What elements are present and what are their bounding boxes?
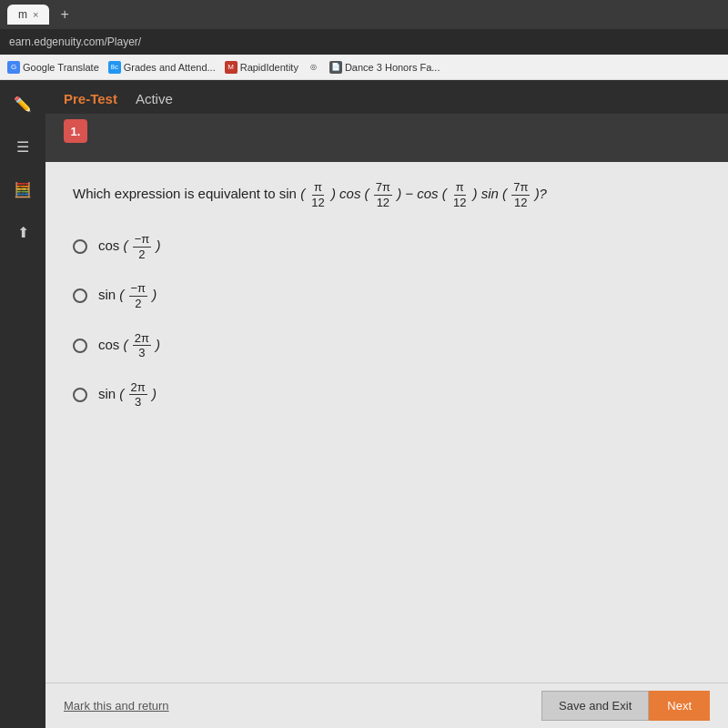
math-sin-frac1: (: [300, 186, 305, 201]
url-text: earn.edgenuity.com/Player/: [9, 35, 141, 48]
radio-c[interactable]: [73, 339, 87, 353]
option-d-text: sin ( 2π 3 ): [98, 380, 157, 410]
fraction-pi-12: π 12: [309, 180, 326, 209]
active-label: Active: [136, 91, 173, 106]
content-area: ✏️ ☰ 🧮 ⬆ Pre-Test Active 1. Which expres…: [0, 80, 728, 728]
bookmark-rapididentity[interactable]: M RapidIdentity: [225, 61, 298, 74]
math-sin2: ) sin (: [473, 186, 508, 201]
fraction-2pi-3-c: 2π 3: [133, 331, 151, 360]
answer-option-a[interactable]: cos ( −π 2 ): [73, 232, 701, 261]
bookmark-dance[interactable]: 📄 Dance 3 Honors Fa...: [329, 61, 440, 74]
mark-return-link[interactable]: Mark this and return: [64, 699, 169, 713]
grades-icon: 8c: [108, 61, 121, 74]
radio-d[interactable]: [73, 388, 87, 402]
bookmark-circle[interactable]: ◎: [308, 61, 320, 74]
sidebar-arrow-icon[interactable]: ⬆: [8, 217, 37, 247]
page-footer: Mark this and return Save and Exit Next: [46, 682, 728, 728]
tab-label: m: [18, 8, 27, 21]
fraction-neg-pi-2-a: −π 2: [133, 232, 152, 261]
active-tab[interactable]: m ×: [7, 5, 49, 25]
math-close1: ) cos (: [331, 186, 369, 201]
dance-icon: 📄: [329, 61, 342, 74]
content-wrapper: Which expression is equivalent to sin ( …: [46, 162, 728, 728]
footer-buttons: Save and Exit Next: [541, 691, 710, 721]
bookmark-grades[interactable]: 8c Grades and Attend...: [108, 61, 216, 74]
bookmarks-bar: G Google Translate 8c Grades and Attend.…: [0, 55, 728, 80]
answer-option-c[interactable]: cos ( 2π 3 ): [73, 331, 701, 360]
address-bar[interactable]: earn.edgenuity.com/Player/: [0, 29, 728, 55]
option-a-text: cos ( −π 2 ): [98, 232, 160, 261]
radio-b[interactable]: [73, 288, 87, 303]
answer-option-d[interactable]: sin ( 2π 3 ): [73, 380, 701, 410]
google-translate-icon: G: [7, 61, 20, 74]
fraction-neg-pi-2-b: −π 2: [129, 281, 148, 310]
fraction-2pi-3-d: 2π 3: [129, 380, 147, 410]
sidebar-pencil-icon[interactable]: ✏️: [8, 89, 37, 118]
next-button[interactable]: Next: [649, 691, 710, 721]
new-tab-button[interactable]: +: [55, 6, 74, 23]
browser-tab-bar: m × +: [0, 0, 728, 29]
main-page: Pre-Test Active 1. Which expression is e…: [46, 80, 728, 728]
math-close3: )?: [535, 186, 547, 201]
tab-close-button[interactable]: ×: [33, 9, 38, 20]
pre-test-label: Pre-Test: [64, 91, 117, 106]
circle-icon: ◎: [308, 61, 320, 74]
option-b-text: sin ( −π 2 ): [98, 281, 157, 310]
bookmark-google-translate[interactable]: G Google Translate: [7, 61, 99, 74]
sidebar: ✏️ ☰ 🧮 ⬆: [0, 80, 46, 728]
sidebar-menu-icon[interactable]: ☰: [8, 132, 37, 161]
save-exit-button[interactable]: Save and Exit: [541, 691, 649, 721]
bookmark-label: RapidIdentity: [240, 62, 298, 73]
page-header: Pre-Test Active: [46, 80, 728, 114]
question-text: Which expression is equivalent to sin ( …: [73, 180, 701, 209]
bookmark-label: Grades and Attend...: [124, 62, 216, 73]
sidebar-calc-icon[interactable]: 🧮: [8, 175, 37, 204]
question-number-badge: 1.: [64, 119, 87, 143]
fraction-pi-12-2: π 12: [451, 180, 468, 209]
bookmark-label: Google Translate: [23, 62, 99, 73]
option-c-text: cos ( 2π 3 ): [98, 331, 160, 360]
rapididentity-icon: M: [225, 61, 238, 74]
number-bar: 1.: [46, 114, 728, 162]
answer-option-b[interactable]: sin ( −π 2 ): [73, 281, 701, 310]
math-close2: ) − cos (: [397, 186, 447, 201]
fraction-7pi-12: 7π 12: [374, 180, 392, 209]
radio-a[interactable]: [73, 239, 87, 254]
content-inner: Which expression is equivalent to sin ( …: [46, 162, 728, 682]
bookmark-label: Dance 3 Honors Fa...: [345, 62, 440, 73]
fraction-7pi-12-2: 7π 12: [511, 180, 530, 209]
